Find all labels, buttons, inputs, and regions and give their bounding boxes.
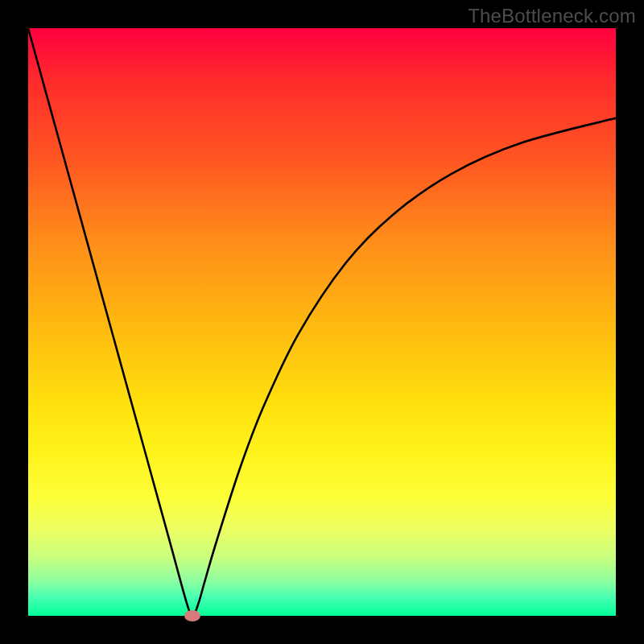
watermark-text: TheBottleneck.com <box>468 5 636 27</box>
chart-frame: TheBottleneck.com <box>0 0 644 644</box>
bottleneck-curve <box>28 28 616 616</box>
optimum-marker <box>184 610 200 621</box>
plot-area <box>28 28 616 616</box>
